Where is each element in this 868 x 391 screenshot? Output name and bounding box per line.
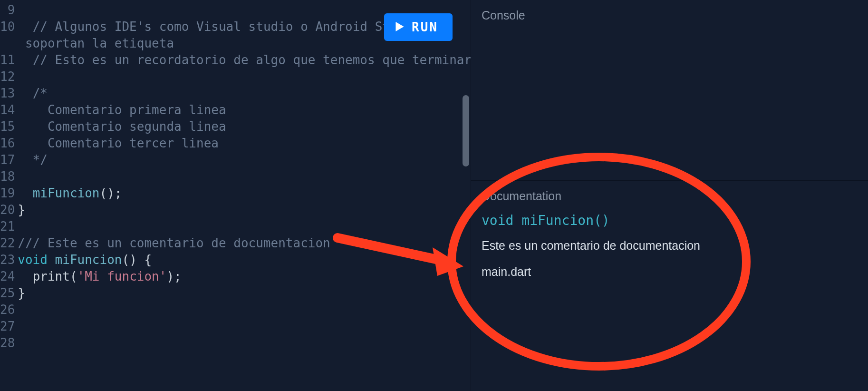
line-number: 24 [0, 268, 15, 285]
code-line[interactable]: /* [18, 85, 471, 102]
code-line[interactable]: // Esto es un recordatorio de algo que t… [18, 52, 471, 68]
line-number: 20 [0, 202, 15, 218]
documentation-title: Documentation [482, 189, 858, 203]
code-line[interactable] [18, 218, 471, 235]
code-line[interactable]: void miFuncion() { [18, 252, 471, 268]
code-line[interactable] [18, 168, 471, 185]
line-number: 21 [0, 218, 15, 235]
line-gutter: 910111213141516171819202122232425262728 [0, 2, 18, 352]
code-line[interactable]: miFuncion(); [18, 185, 471, 202]
run-button[interactable]: RUN [384, 13, 453, 41]
code-line[interactable] [18, 318, 471, 335]
line-number: 19 [0, 185, 15, 202]
console-title: Console [482, 9, 858, 22]
code-content[interactable]: // Algunos IDE's como Visual studio o An… [18, 2, 471, 352]
line-number: 14 [0, 102, 15, 118]
editor-pane: RUN 910111213141516171819202122232425262… [0, 0, 471, 391]
line-number: 28 [0, 335, 15, 352]
line-number: 25 [0, 285, 15, 302]
code-line[interactable]: Comentario segunda linea [18, 118, 471, 135]
right-pane: Console Documentation void miFuncion() E… [471, 0, 868, 391]
doc-description: Este es un comentario de documentacion [482, 239, 858, 253]
line-number: 10 [0, 19, 15, 35]
code-line[interactable] [18, 68, 471, 85]
code-line[interactable]: */ [18, 152, 471, 168]
line-number: 12 [0, 68, 15, 85]
doc-file: main.dart [482, 265, 858, 279]
line-number [0, 35, 15, 52]
play-icon [395, 20, 404, 34]
documentation-panel: Documentation void miFuncion() Este es u… [471, 181, 868, 391]
line-number: 17 [0, 152, 15, 168]
code-line[interactable] [18, 302, 471, 318]
code-line[interactable] [18, 335, 471, 352]
line-number: 13 [0, 85, 15, 102]
code-line[interactable]: Comentario primera linea [18, 102, 471, 118]
line-number: 23 [0, 252, 15, 268]
code-editor[interactable]: 910111213141516171819202122232425262728 … [0, 0, 471, 352]
run-button-label: RUN [412, 20, 438, 34]
line-number: 11 [0, 52, 15, 68]
code-line[interactable]: } [18, 202, 471, 218]
console-panel: Console [471, 0, 868, 181]
line-number: 9 [0, 2, 15, 19]
code-line[interactable]: /// Este es un comentario de documentaci… [18, 235, 471, 252]
line-number: 18 [0, 168, 15, 185]
line-number: 15 [0, 118, 15, 135]
line-number: 27 [0, 318, 15, 335]
code-line[interactable]: } [18, 285, 471, 302]
line-number: 26 [0, 302, 15, 318]
app-root: RUN 910111213141516171819202122232425262… [0, 0, 868, 391]
line-number: 16 [0, 135, 15, 152]
doc-signature: void miFuncion() [482, 213, 858, 228]
scrollbar-thumb[interactable] [463, 95, 469, 166]
line-number: 22 [0, 235, 15, 252]
code-line[interactable]: Comentario tercer linea [18, 135, 471, 152]
code-line[interactable]: print('Mi funcion'); [18, 268, 471, 285]
